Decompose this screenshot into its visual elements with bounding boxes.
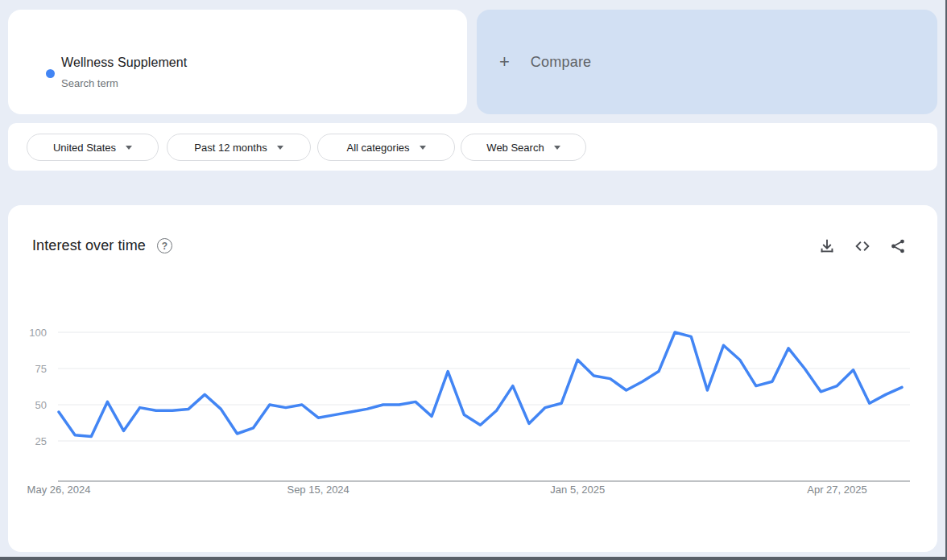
chevron-down-icon [277, 146, 283, 150]
y-axis-tick-label: 25 [35, 435, 47, 447]
help-icon[interactable]: ? [157, 238, 172, 253]
x-axis-tick-label: Apr 27, 2025 [807, 484, 866, 496]
x-axis-tick-label: May 26, 2024 [27, 484, 91, 496]
category-filter-dropdown[interactable]: All categories [317, 134, 455, 161]
search-type-filter-label: Web Search [486, 142, 544, 154]
search-term-title: Wellness Supplement [61, 56, 187, 70]
search-term-card[interactable]: Wellness Supplement Search term [8, 10, 467, 114]
y-axis-tick-label: 100 [29, 327, 47, 339]
filter-bar: United States Past 12 months All categor… [8, 123, 937, 171]
time-range-filter-label: Past 12 months [194, 142, 267, 154]
interest-over-time-card: Interest over time ? 255075100May [8, 205, 937, 552]
geo-filter-dropdown[interactable]: United States [27, 134, 159, 161]
y-axis-tick-label: 50 [35, 399, 47, 411]
y-axis-tick-label: 75 [35, 363, 47, 375]
plus-icon: + [499, 53, 510, 71]
category-filter-label: All categories [346, 142, 409, 154]
download-icon[interactable] [818, 237, 836, 255]
interest-line-chart: 255075100May 26, 2024Sep 15, 2024Jan 5, … [8, 302, 937, 535]
embed-icon[interactable] [854, 237, 871, 255]
chevron-down-icon [126, 146, 132, 150]
x-axis-tick-label: Jan 5, 2025 [550, 484, 605, 496]
search-type-filter-dropdown[interactable]: Web Search [461, 134, 586, 161]
chevron-down-icon [554, 146, 560, 150]
compare-label: Compare [531, 54, 591, 71]
share-icon[interactable] [889, 237, 907, 255]
time-range-filter-dropdown[interactable]: Past 12 months [167, 134, 311, 161]
search-term-type-label: Search term [61, 77, 118, 89]
add-comparison-card[interactable]: + Compare [477, 10, 937, 114]
x-axis-tick-label: Sep 15, 2024 [287, 484, 349, 496]
trend-line [59, 332, 902, 437]
series-color-dot-icon [46, 69, 55, 78]
chart-title: Interest over time [32, 237, 146, 254]
google-trends-explore-page: Wellness Supplement Search term + Compar… [0, 0, 947, 560]
geo-filter-label: United States [53, 142, 116, 154]
chevron-down-icon [420, 146, 426, 150]
